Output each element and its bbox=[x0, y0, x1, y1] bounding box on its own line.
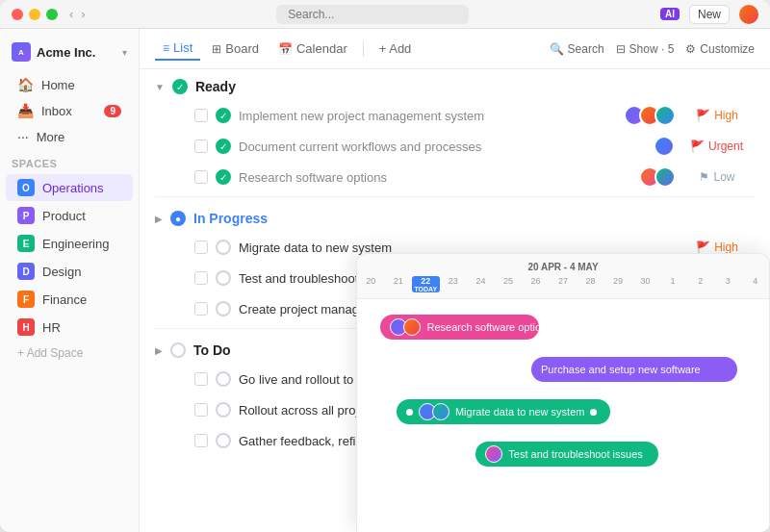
gantt-row: Test and troubleshoot issues bbox=[357, 434, 769, 476]
task-status-checkbox[interactable] bbox=[216, 301, 231, 317]
sidebar-logo[interactable]: A Acme Inc. ▾ bbox=[0, 37, 139, 71]
sidebar-item-more[interactable]: ··· More bbox=[6, 124, 133, 149]
gantt-bar-container: Migrate data to new system bbox=[365, 399, 761, 426]
title-bar-actions: AI New bbox=[660, 5, 758, 24]
tab-label: Calendar bbox=[296, 41, 347, 56]
gantt-body: Research software options Purchase and s… bbox=[357, 299, 769, 484]
sidebar-item-label: More bbox=[37, 130, 65, 144]
inbox-icon: 📥 bbox=[17, 103, 34, 118]
priority-label: High bbox=[714, 241, 738, 254]
section-title-todo: To Do bbox=[193, 342, 231, 358]
search-action[interactable]: 🔍 Search bbox=[550, 42, 604, 56]
add-space-button[interactable]: + Add Space bbox=[6, 342, 133, 365]
avatar bbox=[432, 403, 449, 420]
task-select-checkbox[interactable] bbox=[194, 271, 208, 285]
gantt-row: Migrate data to new system bbox=[357, 392, 769, 434]
space-dot-design: D bbox=[17, 263, 35, 280]
task-select-checkbox[interactable] bbox=[194, 170, 208, 184]
spaces-label: Spaces bbox=[0, 150, 139, 173]
sidebar-item-home[interactable]: 🏠 Home bbox=[6, 72, 133, 97]
task-name: Document current workflows and processes bbox=[239, 139, 646, 154]
sidebar-item-engineering[interactable]: E Engineering bbox=[6, 230, 133, 257]
flag-icon: 🚩 bbox=[690, 139, 705, 153]
back-icon[interactable]: ‹ bbox=[69, 7, 73, 21]
space-dot-product: P bbox=[17, 207, 35, 224]
avatar bbox=[654, 166, 676, 188]
search-input[interactable] bbox=[276, 5, 469, 24]
task-status-checkbox[interactable] bbox=[216, 270, 231, 286]
gantt-date: 26 bbox=[522, 276, 550, 292]
priority-label: Urgent bbox=[708, 139, 743, 153]
logo-text: Acme Inc. bbox=[37, 45, 95, 60]
gantt-dates: 20 21 22TODAY 23 24 25 26 27 28 29 30 1 bbox=[357, 276, 769, 292]
gantt-bar-label: Migrate data to new system bbox=[455, 406, 585, 418]
sidebar-item-label: Operations bbox=[42, 181, 104, 195]
task-status-checkbox[interactable] bbox=[216, 371, 231, 387]
logo-icon: A bbox=[12, 42, 31, 62]
table-row[interactable]: ⠿ ✓ Implement new project management sys… bbox=[143, 100, 766, 131]
task-select-checkbox[interactable] bbox=[194, 434, 208, 447]
task-status-checkbox[interactable] bbox=[216, 402, 231, 418]
action-label: Show · 5 bbox=[629, 42, 675, 56]
gantt-chart: 20 APR - 4 MAY 20 21 22TODAY 23 24 25 26… bbox=[356, 253, 770, 532]
sidebar-item-product[interactable]: P Product bbox=[6, 202, 133, 229]
task-select-checkbox[interactable] bbox=[194, 372, 208, 386]
task-select-checkbox[interactable] bbox=[194, 302, 208, 316]
gantt-date: 23 bbox=[440, 276, 468, 292]
task-status-checkbox[interactable]: ✓ bbox=[216, 169, 231, 185]
sidebar-item-design[interactable]: D Design bbox=[6, 258, 133, 285]
section-header-inprogress[interactable]: ▶ ● In Progress bbox=[140, 201, 770, 232]
show-action[interactable]: ⊟ Show · 5 bbox=[616, 42, 675, 56]
task-select-checkbox[interactable] bbox=[194, 139, 208, 153]
tab-calendar[interactable]: 📅 Calendar bbox=[270, 38, 355, 60]
task-status-checkbox[interactable]: ✓ bbox=[216, 108, 231, 123]
flag-icon: 🚩 bbox=[696, 241, 710, 254]
more-icon: ··· bbox=[17, 129, 29, 144]
priority-label: Low bbox=[713, 170, 734, 184]
priority-badge: ⚑ Low bbox=[683, 168, 751, 186]
task-avatars bbox=[624, 105, 676, 126]
task-name: Implement new project management system bbox=[239, 109, 616, 123]
task-select-checkbox[interactable] bbox=[194, 241, 208, 254]
sidebar-item-finance[interactable]: F Finance bbox=[6, 286, 133, 313]
gantt-date: 4 bbox=[741, 276, 769, 292]
gantt-date: 29 bbox=[604, 276, 632, 292]
task-select-checkbox[interactable] bbox=[194, 403, 208, 417]
divider bbox=[363, 41, 364, 57]
sidebar-item-label: HR bbox=[42, 320, 61, 335]
chevron-right-icon: ▶ bbox=[155, 345, 163, 356]
gantt-date: 30 bbox=[631, 276, 659, 292]
main-content: A Acme Inc. ▾ 🏠 Home 📥 Inbox 9 ··· More … bbox=[0, 29, 770, 532]
tab-label: List bbox=[173, 40, 192, 55]
section-header-ready[interactable]: ▼ ✓ Ready bbox=[140, 69, 770, 100]
section-title-ready: Ready bbox=[195, 79, 236, 94]
chevron-down-icon: ▼ bbox=[155, 82, 165, 92]
avatar bbox=[654, 136, 675, 157]
new-button[interactable]: New bbox=[689, 5, 730, 24]
maximize-button[interactable] bbox=[46, 9, 58, 20]
table-row[interactable]: ⠿ ✓ Research software options ⚑ Low bbox=[143, 162, 766, 192]
gantt-header: 20 APR - 4 MAY 20 21 22TODAY 23 24 25 26… bbox=[357, 254, 769, 299]
customize-action[interactable]: ⚙ Customize bbox=[685, 42, 755, 56]
add-view-button[interactable]: + Add bbox=[372, 38, 420, 60]
sidebar-item-inbox[interactable]: 📥 Inbox 9 bbox=[6, 98, 133, 123]
task-status-checkbox[interactable]: ✓ bbox=[216, 139, 231, 154]
space-dot-engineering: E bbox=[17, 235, 35, 252]
minimize-button[interactable] bbox=[29, 9, 40, 20]
sidebar-item-hr[interactable]: H HR bbox=[6, 314, 133, 341]
tab-board[interactable]: ⊞ Board bbox=[204, 38, 267, 60]
task-select-checkbox[interactable] bbox=[194, 109, 208, 122]
task-status-checkbox[interactable] bbox=[216, 240, 231, 255]
section-divider bbox=[155, 196, 755, 197]
gantt-avatars bbox=[485, 445, 502, 463]
tab-list[interactable]: ≡ List bbox=[155, 37, 200, 61]
task-status-checkbox[interactable] bbox=[216, 433, 231, 448]
table-row[interactable]: ⠿ ✓ Document current workflows and proce… bbox=[143, 131, 766, 162]
title-bar-search bbox=[86, 5, 660, 24]
sidebar-item-operations[interactable]: O Operations bbox=[6, 174, 133, 201]
gantt-date: 28 bbox=[577, 276, 604, 292]
top-bar-right: 🔍 Search ⊟ Show · 5 ⚙ Customize bbox=[550, 42, 755, 56]
sidebar-item-label: Product bbox=[42, 209, 86, 223]
close-button[interactable] bbox=[12, 9, 23, 20]
user-avatar[interactable] bbox=[739, 5, 758, 24]
